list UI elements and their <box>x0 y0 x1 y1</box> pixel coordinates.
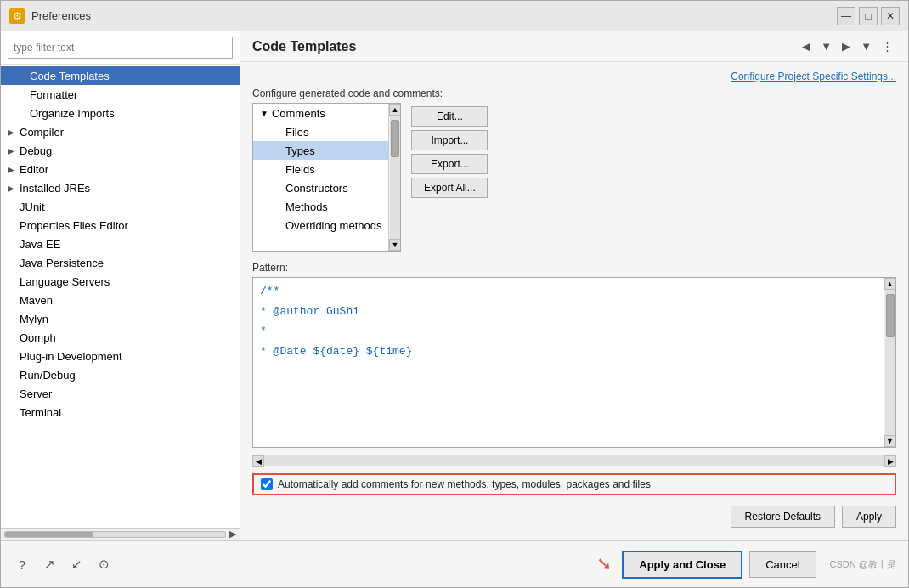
sidebar-label-editor: Editor <box>20 163 48 176</box>
pattern-hscroll-track[interactable] <box>264 455 884 466</box>
import-prefs-icon[interactable]: ↙ <box>67 555 86 574</box>
section-label: Configure generated code and comments: <box>252 88 896 99</box>
pattern-vscroll-up[interactable]: ▲ <box>884 278 896 290</box>
sidebar-item-code-templates[interactable]: Code Templates <box>1 66 240 85</box>
template-item-files[interactable]: Files <box>253 122 388 141</box>
sidebar-item-formatter[interactable]: Formatter <box>1 85 240 104</box>
template-item-methods[interactable]: Methods <box>253 197 388 216</box>
panel-header: Code Templates ◀ ▼ ▶ ▼ ⋮ <box>240 31 908 62</box>
search-input[interactable] <box>8 37 233 59</box>
hscroll-thumb <box>5 532 93 537</box>
sidebar-label-java-persistence: Java Persistence <box>20 257 104 269</box>
vscroll-up[interactable]: ▲ <box>389 104 401 116</box>
sidebar-label-debug: Debug <box>20 144 52 157</box>
template-tree: ▼CommentsFilesTypesFieldsConstructorsMet… <box>253 104 388 251</box>
sidebar-label-mylyn: Mylyn <box>20 313 48 325</box>
template-item-fields[interactable]: Fields <box>253 160 388 178</box>
export-prefs-icon[interactable]: ↗ <box>40 555 59 574</box>
export-all-button[interactable]: Export All... <box>411 178 488 198</box>
sidebar-item-java-persistence[interactable]: Java Persistence <box>1 253 240 272</box>
sidebar-item-server[interactable]: Server <box>1 384 240 403</box>
panel-title: Code Templates <box>252 39 356 54</box>
pattern-vscroll-thumb <box>886 294 895 337</box>
sidebar-item-junit[interactable]: JUnit <box>1 197 240 216</box>
sidebar-hscroll: ▶ <box>1 528 240 540</box>
maximize-button[interactable]: □ <box>859 7 878 25</box>
template-arrow-comments: ▼ <box>260 109 268 118</box>
sidebar: Code TemplatesFormatterOrganize Imports▶… <box>1 31 240 540</box>
sidebar-item-compiler[interactable]: ▶Compiler <box>1 122 240 141</box>
sidebar-item-editor[interactable]: ▶Editor <box>1 160 240 178</box>
hscroll-track[interactable] <box>4 531 226 538</box>
pattern-line: * @Date ${date} ${time} <box>260 343 877 360</box>
sidebar-item-debug[interactable]: ▶Debug <box>1 141 240 160</box>
auto-comment-checkbox-row: Automatically add comments for new metho… <box>252 473 896 495</box>
import-button[interactable]: Import... <box>411 130 488 150</box>
expand-arrow[interactable]: ▶ <box>229 529 236 540</box>
restore-defaults-button[interactable]: Restore Defaults <box>731 506 835 528</box>
tree-arrow-editor: ▶ <box>8 165 16 174</box>
sidebar-item-oomph[interactable]: Oomph <box>1 328 240 347</box>
vscroll-thumb <box>391 120 399 157</box>
template-item-types[interactable]: Types <box>253 141 388 160</box>
back-button[interactable]: ◀ <box>799 38 814 54</box>
sidebar-tree: Code TemplatesFormatterOrganize Imports▶… <box>1 65 240 528</box>
tree-arrow-installed-jres: ▶ <box>8 184 16 193</box>
sidebar-item-installed-jres[interactable]: ▶Installed JREs <box>1 178 240 197</box>
forward-dropdown-button[interactable]: ▼ <box>857 38 875 54</box>
sidebar-item-terminal[interactable]: Terminal <box>1 403 240 421</box>
pattern-label: Pattern: <box>252 262 896 274</box>
sidebar-label-java-ee: Java EE <box>20 238 60 251</box>
configure-project-link[interactable]: Configure Project Specific Settings... <box>731 71 896 82</box>
panel-body: Configure Project Specific Settings... C… <box>240 62 908 540</box>
template-label-methods: Methods <box>285 201 328 213</box>
watermark: CSDN @教丨是 <box>830 558 896 571</box>
sidebar-label-server: Server <box>20 387 52 400</box>
help-icon[interactable]: ? <box>13 555 31 574</box>
apply-and-close-button[interactable]: Apply and Close <box>622 551 742 579</box>
pattern-line: * <box>260 323 877 340</box>
auto-comment-checkbox[interactable] <box>261 478 273 490</box>
menu-button[interactable]: ⋮ <box>878 38 896 54</box>
back-dropdown-button[interactable]: ▼ <box>817 38 835 54</box>
pattern-vscroll-track[interactable] <box>885 290 895 435</box>
vscroll-track[interactable] <box>390 116 400 239</box>
pattern-vscroll-down[interactable]: ▼ <box>884 435 896 447</box>
sidebar-item-organize-imports[interactable]: Organize Imports <box>1 104 240 122</box>
dialog-title: Preferences <box>31 9 837 22</box>
sidebar-item-maven[interactable]: Maven <box>1 291 240 309</box>
sidebar-item-java-ee[interactable]: Java EE <box>1 235 240 253</box>
forward-button[interactable]: ▶ <box>838 38 854 54</box>
pattern-hscroll-right[interactable]: ▶ <box>884 455 896 467</box>
close-button[interactable]: ✕ <box>881 7 900 25</box>
template-item-overriding-methods[interactable]: Overriding methods <box>253 216 388 235</box>
template-item-constructors[interactable]: Constructors <box>253 178 388 197</box>
minimize-button[interactable]: — <box>837 7 855 25</box>
sidebar-label-run-debug: Run/Debug <box>20 369 76 382</box>
template-label-fields: Fields <box>285 163 315 176</box>
sidebar-item-plugin-development[interactable]: Plug-in Development <box>1 347 240 365</box>
search-wrapper <box>1 31 240 65</box>
right-panel: Code Templates ◀ ▼ ▶ ▼ ⋮ Configure Proje… <box>240 31 908 540</box>
sidebar-label-language-servers: Language Servers <box>20 275 110 288</box>
sidebar-item-language-servers[interactable]: Language Servers <box>1 272 240 291</box>
template-label-types: Types <box>285 144 315 157</box>
pattern-line: * @author GuShi <box>260 303 877 320</box>
bottom-buttons: Restore Defaults Apply <box>252 502 896 531</box>
sidebar-item-mylyn[interactable]: Mylyn <box>1 309 240 328</box>
config-link-row: Configure Project Specific Settings... <box>252 71 896 82</box>
export-button[interactable]: Export... <box>411 154 488 174</box>
dialog-footer: ? ↗ ↙ ⊙ ➘ Apply and Close Cancel CSDN @教… <box>1 540 908 587</box>
action-buttons: Edit... Import... Export... Export All..… <box>408 103 491 258</box>
vscroll-down[interactable]: ▼ <box>389 239 401 251</box>
settings-icon[interactable]: ⊙ <box>94 555 113 574</box>
edit-button[interactable]: Edit... <box>411 106 488 127</box>
pattern-hscroll-left[interactable]: ◀ <box>252 455 264 467</box>
title-bar: ⚙ Preferences — □ ✕ <box>1 1 908 31</box>
app-icon: ⚙ <box>9 8 25 24</box>
sidebar-item-run-debug[interactable]: Run/Debug <box>1 365 240 384</box>
apply-button[interactable]: Apply <box>842 506 896 528</box>
cancel-button[interactable]: Cancel <box>749 551 816 578</box>
sidebar-item-properties-files-editor[interactable]: Properties Files Editor <box>1 216 240 235</box>
template-item-comments[interactable]: ▼Comments <box>253 104 388 122</box>
